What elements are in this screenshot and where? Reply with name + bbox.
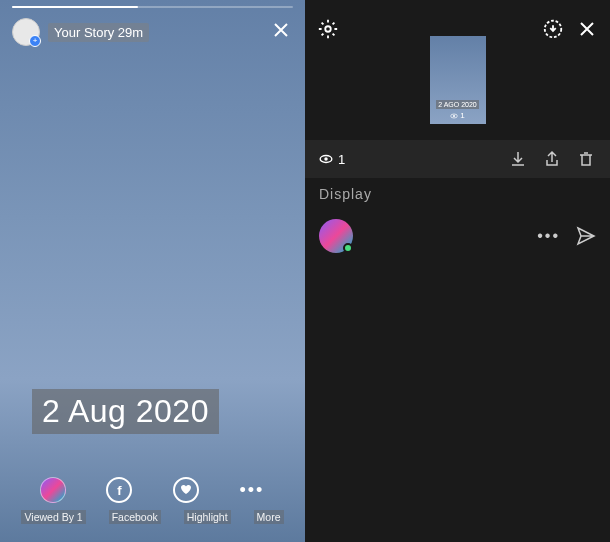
view-count: 1 <box>319 152 345 167</box>
story-bottom-actions: f ••• Viewed By 1 Facebook Highlight Mor… <box>0 474 305 524</box>
story-progress-bar <box>12 6 293 8</box>
svg-point-0 <box>325 26 331 32</box>
story-insights-panel: 2 AGO 2020 1 1 Display <box>305 0 610 542</box>
story-date-overlay: 2 Aug 2020 <box>32 389 219 434</box>
viewer-avatar-icon <box>40 477 66 503</box>
display-section-label: Display <box>319 186 372 202</box>
highlight-button[interactable] <box>170 474 202 506</box>
viewed-by-label: Viewed By 1 <box>21 510 85 524</box>
viewer-more-icon[interactable]: ••• <box>537 227 560 245</box>
more-button[interactable]: ••• <box>236 474 268 506</box>
svg-point-3 <box>453 115 455 117</box>
highlight-label: Highlight <box>184 510 231 524</box>
close-icon[interactable] <box>269 18 293 42</box>
thumbnail-view-count: 1 <box>450 111 464 120</box>
viewer-list-item: ••• <box>305 214 610 258</box>
action-icons-row: f ••• <box>0 474 305 506</box>
viewed-by-button[interactable] <box>37 474 69 506</box>
close-insights-icon[interactable] <box>576 18 598 40</box>
story-view-panel: + Your Story 29m 2 Aug 2020 f ••• <box>0 0 305 542</box>
action-labels-row: Viewed By 1 Facebook Highlight More <box>0 510 305 524</box>
insights-info-bar: 1 <box>305 140 610 178</box>
insights-header: 2 AGO 2020 1 <box>305 10 610 130</box>
facebook-label: Facebook <box>109 510 161 524</box>
story-progress-fill <box>12 6 138 8</box>
online-status-dot <box>343 243 353 253</box>
more-label: More <box>254 510 284 524</box>
heart-icon <box>173 477 199 503</box>
eye-icon <box>450 112 458 120</box>
facebook-share-button[interactable]: f <box>103 474 135 506</box>
share-icon[interactable] <box>542 149 562 169</box>
facebook-icon: f <box>106 477 132 503</box>
viewer-actions: ••• <box>537 226 596 246</box>
story-title-label: Your Story 29m <box>48 23 149 42</box>
story-header: + Your Story 29m <box>12 18 293 46</box>
save-story-icon[interactable] <box>542 18 564 40</box>
download-icon[interactable] <box>508 149 528 169</box>
delete-icon[interactable] <box>576 149 596 169</box>
eye-icon <box>319 152 333 166</box>
add-story-badge: + <box>29 35 41 47</box>
viewer-profile-avatar[interactable] <box>319 219 353 253</box>
thumbnail-date: 2 AGO 2020 <box>436 100 479 109</box>
info-bar-actions <box>508 149 596 169</box>
svg-point-5 <box>324 157 328 161</box>
settings-icon[interactable] <box>317 18 339 40</box>
send-message-icon[interactable] <box>576 226 596 246</box>
your-avatar[interactable]: + <box>12 18 40 46</box>
story-thumbnail[interactable]: 2 AGO 2020 1 <box>430 36 486 124</box>
more-icon: ••• <box>239 480 264 501</box>
